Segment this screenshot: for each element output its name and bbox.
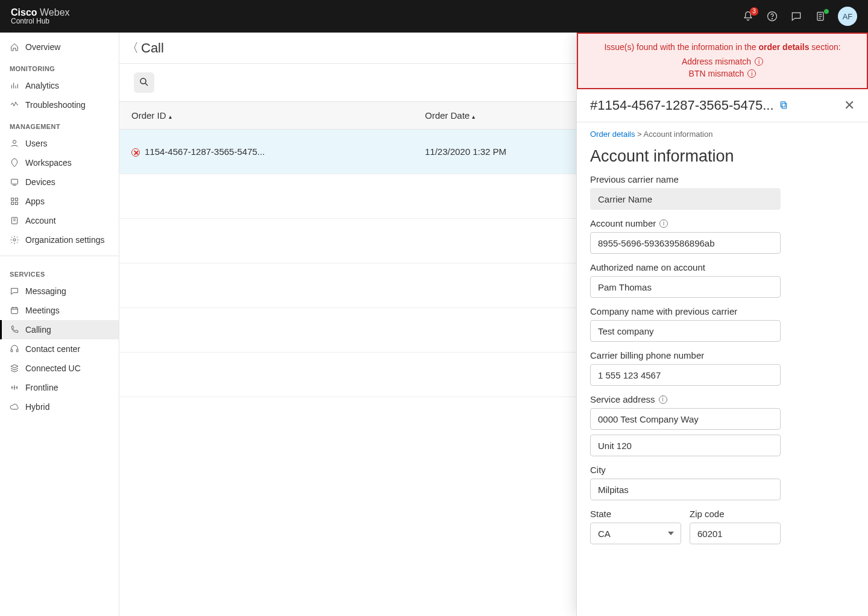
city-input[interactable] xyxy=(590,479,781,500)
account-no-input[interactable] xyxy=(590,232,781,254)
nav-label: Hybrid xyxy=(25,402,49,412)
label-btn: Carrier billing phone number xyxy=(590,350,855,360)
breadcrumb-link[interactable]: Order details xyxy=(590,130,635,139)
label-city: City xyxy=(590,465,855,475)
svg-rect-11 xyxy=(11,307,18,313)
tasks-badge xyxy=(823,8,829,14)
nav-apps[interactable]: Apps xyxy=(0,192,119,211)
nav-label: Contact center xyxy=(25,344,80,354)
nav-label: Workspaces xyxy=(25,158,72,168)
svg-rect-7 xyxy=(11,202,14,204)
nav-meetings[interactable]: Meetings xyxy=(0,301,119,320)
auth-name-input[interactable] xyxy=(590,276,781,298)
alert-issue: BTN mismatch i xyxy=(689,69,756,78)
search-button[interactable] xyxy=(134,72,154,93)
nav-overview[interactable]: Overview xyxy=(0,37,119,57)
notifications-badge: 3 xyxy=(750,7,758,16)
error-icon xyxy=(131,148,140,157)
breadcrumb-current: Account information xyxy=(644,130,713,139)
brand: Cisco Webex Control Hub xyxy=(11,7,70,26)
sort-icon: ▴ xyxy=(169,113,172,120)
nav-label: Users xyxy=(25,139,48,148)
meetings-icon xyxy=(10,306,19,315)
avatar[interactable]: AF xyxy=(838,7,857,26)
divider xyxy=(0,256,119,256)
account-icon xyxy=(10,216,19,225)
alert-box: Issue(s) found with the information in t… xyxy=(577,33,868,89)
nav-label: Overview xyxy=(25,42,60,52)
nav-label: Meetings xyxy=(25,306,60,315)
info-icon[interactable]: i xyxy=(659,395,667,404)
col-order-id[interactable]: Order ID▴ xyxy=(119,102,413,130)
avatar-initials: AF xyxy=(843,12,853,21)
nav-account[interactable]: Account xyxy=(0,211,119,230)
label-account-no: Account number i xyxy=(590,218,855,228)
addr-line1-input[interactable] xyxy=(590,408,781,430)
nav-troubleshooting[interactable]: Troubleshooting xyxy=(0,95,119,115)
nav-label: Frontline xyxy=(25,383,58,392)
panel-body: Order details > Account information Acco… xyxy=(577,122,868,616)
back-chevron-icon[interactable]: 〈 xyxy=(127,40,139,56)
main: 〈 Call Numbers Locations Order ID▴ Order… xyxy=(119,33,868,616)
alert-title: Issue(s) found with the information in t… xyxy=(590,42,855,52)
zip-input[interactable] xyxy=(690,523,781,544)
nav-label: Connected UC xyxy=(25,363,81,373)
brand-subtitle: Control Hub xyxy=(11,17,70,25)
chat-icon[interactable] xyxy=(790,10,803,23)
apps-icon xyxy=(10,196,19,206)
nav-org-settings[interactable]: Organization settings xyxy=(0,230,119,250)
stack-icon xyxy=(10,363,19,373)
brand-webex: Webex xyxy=(40,7,70,17)
nav-label: Account xyxy=(25,216,56,225)
copy-icon[interactable] xyxy=(779,98,788,113)
btn-input[interactable] xyxy=(590,364,781,386)
nav-devices[interactable]: Devices xyxy=(0,172,119,192)
alert-issue: Address mismatch i xyxy=(682,57,763,66)
svg-point-1 xyxy=(772,19,773,19)
svg-rect-6 xyxy=(15,198,17,201)
cell-order-id: 1154-4567-1287-3565-5475... xyxy=(145,146,265,157)
nav-label: Messaging xyxy=(25,286,66,296)
svg-rect-5 xyxy=(11,198,14,201)
prev-carrier-input xyxy=(590,188,781,210)
nav-messaging[interactable]: Messaging xyxy=(0,281,119,301)
nav-calling[interactable]: Calling xyxy=(0,320,119,339)
state-select[interactable] xyxy=(590,523,681,544)
close-icon[interactable]: ✕ xyxy=(844,98,855,113)
page-title: Call xyxy=(141,40,164,56)
nav-label: Devices xyxy=(25,177,55,187)
users-icon xyxy=(10,139,19,148)
panel-heading: Account information xyxy=(590,147,855,166)
nav-users[interactable]: Users xyxy=(0,134,119,153)
label-zip: Zip code xyxy=(690,509,781,519)
help-icon[interactable] xyxy=(766,10,779,23)
svg-rect-8 xyxy=(15,202,17,204)
company-input[interactable] xyxy=(590,320,781,342)
workspaces-icon xyxy=(10,158,19,168)
calling-icon xyxy=(10,325,19,335)
nav-label: Apps xyxy=(25,196,45,206)
frontline-icon xyxy=(10,383,19,392)
section-management: MANAGEMENT xyxy=(0,115,119,134)
tasks-icon[interactable] xyxy=(814,10,827,23)
home-icon xyxy=(10,42,19,52)
info-icon[interactable]: i xyxy=(659,219,668,228)
nav-connected-uc[interactable]: Connected UC xyxy=(0,359,119,378)
cloud-icon xyxy=(10,402,19,412)
label-service-addr: Service address i xyxy=(590,394,855,404)
svg-rect-13 xyxy=(16,350,18,352)
nav-frontline[interactable]: Frontline xyxy=(0,378,119,397)
sidebar: Overview MONITORING Analytics Troublesho… xyxy=(0,33,119,616)
nav-contact-center[interactable]: Contact center xyxy=(0,339,119,359)
nav-hybrid[interactable]: Hybrid xyxy=(0,397,119,416)
nav-analytics[interactable]: Analytics xyxy=(0,76,119,95)
svg-rect-4 xyxy=(11,179,18,184)
panel-id: #1154-4567-1287-3565-5475... xyxy=(590,98,774,113)
addr-line2-input[interactable] xyxy=(590,435,781,456)
notifications-icon[interactable]: 3 xyxy=(741,10,755,23)
messaging-icon xyxy=(10,286,19,296)
info-icon[interactable]: i xyxy=(755,57,763,66)
nav-workspaces[interactable]: Workspaces xyxy=(0,153,119,172)
label-state: State xyxy=(590,509,681,519)
info-icon[interactable]: i xyxy=(747,69,756,78)
